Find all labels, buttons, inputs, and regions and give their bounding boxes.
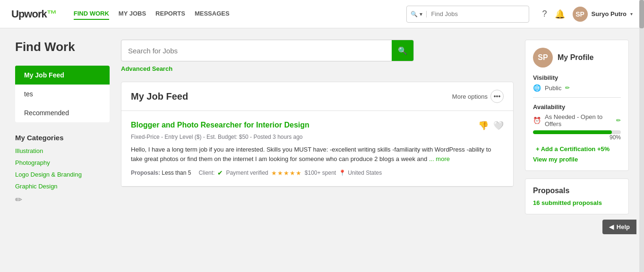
availability-title: Availability (533, 103, 621, 110)
help-icon[interactable]: ? (542, 9, 547, 19)
job-footer: Proposals: Less than 5 Client: ✔ Payment… (131, 169, 504, 177)
search-button[interactable]: 🔍 (392, 40, 413, 61)
sidebar-item-my-job-feed[interactable]: My Job Feed (15, 66, 110, 85)
left-sidebar: Find Work My Job Feed tes Recommended My… (15, 40, 110, 214)
job-listing: Blogger and Photo Researcher for Interio… (121, 111, 513, 187)
visibility-value: Public (545, 85, 561, 92)
right-sidebar: SP My Profile Visibility 🌐 Public ✏ Avai… (525, 40, 629, 214)
sidebar-item-tes[interactable]: tes (15, 85, 110, 103)
bell-icon[interactable]: 🔔 (555, 9, 565, 19)
availability-value: As Needed - Open to Offers (545, 113, 612, 128)
proposals-info: Proposals: Less than 5 (131, 170, 191, 176)
user-name: Suryo Putro (592, 10, 627, 17)
save-button[interactable]: 🤍 (493, 120, 504, 131)
main-search-input[interactable] (121, 47, 392, 55)
profile-header: SP My Profile (533, 48, 621, 68)
job-feed-container: My Job Feed More options ••• Blogger and… (121, 82, 514, 187)
visibility-row: 🌐 Public ✏ (533, 84, 621, 92)
job-feed-header: My Job Feed More options ••• (121, 82, 513, 111)
progress-bar-background (533, 130, 621, 134)
avatar: SP (573, 7, 588, 22)
job-meta: Fixed-Price - Entry Level ($) - Est. Bud… (131, 134, 504, 140)
nav-messages[interactable]: MESSAGES (195, 8, 230, 20)
category-logo-design[interactable]: Logo Design & Branding (15, 171, 110, 178)
edit-visibility-icon[interactable]: ✏ (565, 85, 570, 91)
client-info: Client: ✔ Payment verified ★★★★★ $100+ s… (198, 169, 382, 177)
chevron-down-icon: ▾ (630, 11, 633, 17)
chevron-down-icon: ▾ (420, 11, 422, 17)
availability-row: ⏰ As Needed - Open to Offers ✏ (533, 113, 621, 128)
category-photography[interactable]: Photography (15, 159, 110, 166)
help-button[interactable]: ◀ Help (602, 220, 636, 226)
top-navigation: Upwork™ FIND WORK MY JOBS REPORTS MESSAG… (0, 0, 644, 28)
more-options-icon: ••• (490, 90, 504, 103)
top-search-input[interactable] (427, 10, 502, 17)
globe-icon: 🌐 (533, 84, 541, 92)
verified-badge-icon: ✔ (217, 169, 223, 177)
logo[interactable]: Upwork™ (11, 8, 57, 20)
top-search-bar: 🔍 ▾ (406, 6, 529, 23)
profile-avatar: SP (533, 48, 553, 68)
nav-icons: ? 🔔 SP Suryo Putro ▾ (542, 7, 633, 22)
help-arrow-icon: ◀ (609, 223, 614, 226)
profile-progress: 90% (533, 130, 621, 141)
more-options-label: More options (452, 93, 488, 100)
job-description: Hello, I have a long term job if you are… (131, 145, 504, 163)
profile-card: SP My Profile Visibility 🌐 Public ✏ Avai… (525, 40, 629, 171)
proposals-card-title: Proposals (533, 187, 621, 195)
read-more-link[interactable]: ... more (429, 155, 450, 162)
logo-suffix: work (24, 8, 46, 20)
progress-bar-fill (533, 130, 612, 134)
client-spend: $100+ spent (305, 170, 336, 176)
more-options-button[interactable]: More options ••• (452, 90, 504, 103)
user-menu[interactable]: SP Suryo Putro ▾ (573, 7, 633, 22)
job-listing-header: Blogger and Photo Researcher for Interio… (131, 120, 504, 131)
job-feed-title: My Job Feed (131, 91, 188, 102)
main-search-bar: 🔍 (121, 40, 414, 61)
client-location: 📍 United States (339, 170, 382, 176)
logo-text: Up (11, 8, 24, 20)
category-illustration[interactable]: Illustration (15, 147, 110, 154)
scrollbar-thumb[interactable] (639, 0, 644, 28)
category-graphic-design[interactable]: Graphic Design (15, 183, 110, 190)
nav-find-work[interactable]: FIND WORK (74, 8, 109, 20)
sidebar-navigation: My Job Feed tes Recommended (15, 66, 110, 122)
proposals-card: Proposals 16 submitted proposals (525, 178, 629, 214)
progress-label: 90% (533, 134, 621, 141)
location-icon: 📍 (339, 170, 346, 176)
page-title: Find Work (15, 40, 110, 54)
nav-links: FIND WORK MY JOBS REPORTS MESSAGES (74, 8, 230, 20)
dislike-button[interactable]: 👎 (478, 120, 489, 131)
client-label: Client: (198, 170, 215, 176)
search-icon: 🔍 (411, 11, 418, 17)
visibility-title: Visibility (533, 74, 621, 81)
client-verified-text: Payment verified (226, 170, 268, 176)
edit-availability-icon[interactable]: ✏ (616, 117, 621, 124)
page-container: Find Work My Job Feed tes Recommended My… (0, 28, 644, 226)
scrollbar[interactable] (639, 0, 644, 226)
client-rating: ★★★★★ (271, 170, 302, 177)
advanced-search-link[interactable]: Advanced Search (121, 65, 172, 72)
search-type-selector[interactable]: 🔍 ▾ (407, 11, 427, 17)
categories-title: My Categories (15, 134, 110, 142)
search-area: 🔍 Advanced Search (121, 40, 514, 72)
profile-divider (533, 97, 621, 98)
add-category-button[interactable]: ✏ (15, 195, 110, 205)
view-profile-link[interactable]: View my profile (533, 156, 578, 163)
job-title[interactable]: Blogger and Photo Researcher for Interio… (131, 120, 309, 130)
nav-reports[interactable]: REPORTS (155, 8, 185, 20)
search-icon: 🔍 (398, 46, 407, 55)
add-certification-button[interactable]: + Add a Certification +5% (533, 145, 621, 153)
nav-my-jobs[interactable]: MY JOBS (119, 8, 146, 20)
main-content: 🔍 Advanced Search My Job Feed More optio… (121, 40, 514, 214)
proposals-submitted-link[interactable]: 16 submitted proposals (533, 199, 602, 206)
my-categories: My Categories Illustration Photography L… (15, 134, 110, 205)
job-actions: 👎 🤍 (478, 120, 504, 131)
sidebar-item-recommended[interactable]: Recommended (15, 103, 110, 122)
profile-name: My Profile (558, 53, 593, 62)
clock-icon: ⏰ (533, 117, 541, 124)
